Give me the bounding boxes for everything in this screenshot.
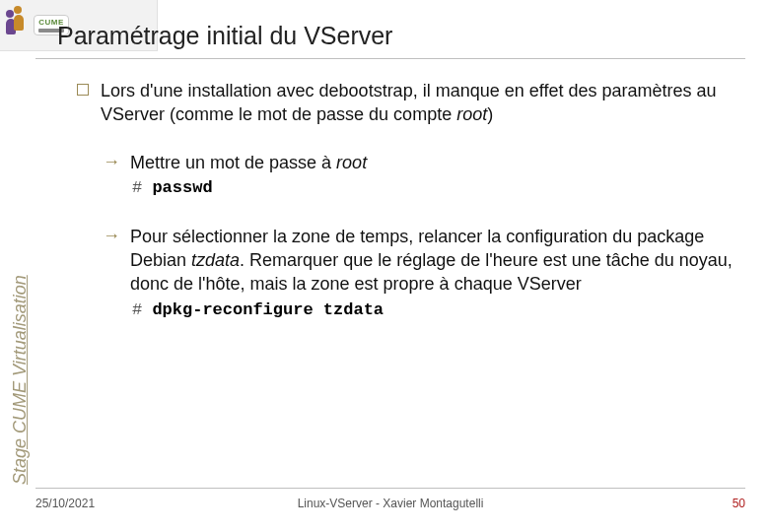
bullet-1-suffix: ) <box>487 104 493 124</box>
side-label: Stage CUME Virtualisation <box>10 275 31 485</box>
arrow-icon: → <box>103 152 120 172</box>
people-icon <box>6 6 28 45</box>
content-area: Lors d'une installation avec debootstrap… <box>77 79 737 347</box>
sub-1-italic: root <box>336 153 367 172</box>
code-2-cmd: dpkg-reconfigure tzdata <box>142 300 384 319</box>
bullet-1-text: Lors d'une installation avec debootstrap… <box>101 79 737 127</box>
square-bullet-icon <box>77 84 89 96</box>
footer-line <box>35 488 745 489</box>
bullet-1: Lors d'une installation avec debootstrap… <box>77 79 737 127</box>
sub-1-text: Mettre un mot de passe à root <box>130 151 367 174</box>
code-1-hash: # <box>132 178 142 197</box>
sub-1-prefix: Mettre un mot de passe à <box>130 153 336 172</box>
slide-title: Paramétrage initial du VServer <box>57 22 392 50</box>
sub-2-text: Pour sélectionner la zone de temps, rela… <box>130 225 737 297</box>
bullet-1-prefix: Lors d'une installation avec debootstrap… <box>101 81 717 124</box>
sub-1: → Mettre un mot de passe à root <box>103 151 737 174</box>
bullet-1-italic: root <box>456 104 487 124</box>
sub-2: → Pour sélectionner la zone de temps, re… <box>103 225 737 297</box>
code-1: # passwd <box>132 178 737 197</box>
footer-date: 25/10/2021 <box>35 497 95 510</box>
code-2: # dpkg-reconfigure tzdata <box>132 300 737 319</box>
code-1-cmd: passwd <box>142 178 212 197</box>
footer-page: 50 <box>733 497 745 510</box>
code-2-hash: # <box>132 300 142 319</box>
footer-center: Linux-VServer - Xavier Montagutelli <box>35 497 745 510</box>
sub-2-italic1: tzdata <box>191 250 240 270</box>
arrow-icon: → <box>103 226 120 246</box>
title-underline <box>35 58 745 59</box>
footer: 25/10/2021 Linux-VServer - Xavier Montag… <box>35 497 745 510</box>
